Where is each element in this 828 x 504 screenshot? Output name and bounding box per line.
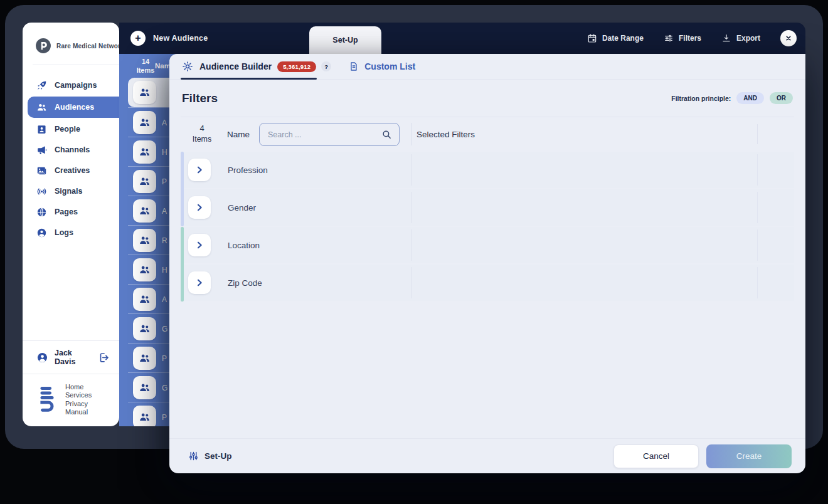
sidebar-item-campaigns[interactable]: Campaigns: [23, 76, 119, 95]
audience-people-icon[interactable]: [133, 229, 156, 252]
audience-people-icon[interactable]: [133, 81, 156, 104]
chevron-right-icon: [194, 165, 204, 175]
audience-name: A: [162, 285, 167, 314]
audiences-icon: [36, 102, 47, 113]
audience-builder-modal: Audience Builder 5,361,912 ? Custom List…: [169, 54, 805, 473]
filter-row-label: Gender: [228, 189, 256, 226]
audience-people-icon[interactable]: [133, 170, 156, 193]
tab-audience-builder[interactable]: Audience Builder 5,361,912 ?: [182, 61, 331, 72]
column-divider: [757, 154, 758, 186]
filters-heading-row: Filters Filtration principle: AND OR: [169, 80, 805, 117]
audience-name: P: [162, 402, 167, 426]
create-button[interactable]: Create: [706, 444, 792, 468]
sidebar-item-channels[interactable]: Channels: [23, 140, 119, 159]
modal-tabs: Audience Builder 5,361,912 ? Custom List: [169, 54, 805, 80]
tab-audience-builder-label: Audience Builder: [199, 61, 272, 71]
expand-button[interactable]: [188, 271, 211, 294]
expand-button[interactable]: [188, 159, 211, 181]
filter-list-header: 4 Items Name Selected Filters: [169, 117, 805, 152]
logout-icon[interactable]: [98, 352, 110, 364]
audience-people-icon[interactable]: [133, 317, 156, 340]
sidebar-item-logs[interactable]: Logs: [23, 223, 119, 242]
sidebar-item-creatives[interactable]: Creatives: [23, 161, 119, 180]
audience-people-icon[interactable]: [133, 288, 156, 311]
filter-rows: Profession Gender Location Zip Code: [169, 152, 805, 302]
cancel-button[interactable]: Cancel: [613, 444, 699, 468]
column-divider: [757, 124, 758, 144]
filter-search: [259, 123, 400, 146]
expand-button[interactable]: [188, 196, 211, 219]
sidebar-item-label: Channels: [55, 145, 90, 154]
column-divider: [757, 192, 758, 223]
new-audience-button[interactable]: + New Audience: [119, 31, 208, 46]
audience-people-icon[interactable]: [133, 199, 156, 223]
audience-people-icon[interactable]: [133, 258, 156, 281]
footer-link-home[interactable]: Home: [65, 383, 92, 391]
filter-row-zip-code: Zip Code: [184, 265, 794, 301]
signal-icon: [36, 186, 47, 197]
search-icon[interactable]: [381, 129, 392, 140]
setup-footer-button[interactable]: Set-Up: [188, 451, 232, 461]
filter-row-label: Zip Code: [228, 265, 262, 301]
date-range-button[interactable]: Date Range: [587, 33, 644, 43]
tab-custom-list[interactable]: Custom List: [349, 61, 415, 71]
audience-people-icon[interactable]: [133, 347, 156, 370]
column-divider: [411, 154, 412, 186]
sidebar-item-audiences[interactable]: Audiences: [28, 97, 119, 118]
filter-count: 4 Items: [169, 117, 235, 152]
column-divider: [757, 267, 758, 298]
footer-links: Home Services Privacy Manual: [65, 383, 92, 416]
or-toggle[interactable]: OR: [770, 92, 793, 104]
chevron-right-icon: [194, 278, 204, 288]
contact-card-icon: [36, 124, 47, 135]
expand-button[interactable]: [188, 234, 211, 256]
and-toggle[interactable]: AND: [736, 92, 764, 104]
image-icon: [36, 165, 47, 176]
plus-icon: +: [130, 31, 146, 46]
audience-people-icon[interactable]: [133, 111, 156, 134]
audience-size-badge: 5,361,912: [277, 61, 316, 72]
brand-name: Rare Medical Network: [56, 43, 119, 50]
help-icon[interactable]: ?: [321, 61, 331, 71]
audience-people-icon[interactable]: [133, 376, 156, 399]
name-column-header: Name: [227, 117, 250, 152]
tab-set-up[interactable]: Set-Up: [309, 26, 381, 54]
tab-custom-list-label: Custom List: [364, 61, 415, 71]
export-button[interactable]: Export: [721, 33, 760, 43]
filter-row-label: Profession: [228, 152, 268, 188]
audience-people-icon[interactable]: [133, 140, 156, 164]
new-audience-label: New Audience: [153, 34, 208, 43]
rocket-icon: [36, 80, 47, 91]
close-button[interactable]: [780, 30, 797, 46]
footer-link-manual[interactable]: Manual: [65, 408, 92, 416]
sidebar-item-people[interactable]: People: [23, 120, 119, 139]
sidebar-item-label: People: [55, 125, 80, 134]
audience-name: R: [162, 226, 167, 255]
footer-link-services[interactable]: Services: [65, 391, 92, 399]
filtration-principle-label: Filtration principle:: [671, 95, 731, 102]
audience-name: H: [162, 137, 167, 167]
audience-name: G: [162, 373, 167, 402]
search-input[interactable]: [260, 130, 381, 139]
close-icon: [785, 34, 792, 42]
audience-people-icon[interactable]: [133, 406, 156, 426]
export-label: Export: [736, 34, 760, 43]
filtration-principle: Filtration principle: AND OR: [671, 92, 793, 104]
filter-row-gender: Gender: [184, 189, 794, 226]
screen: + New Audience Date Range Filters Export…: [0, 0, 828, 504]
document-icon: [349, 61, 359, 71]
audience-name: P: [162, 344, 167, 373]
column-divider: [411, 267, 412, 298]
chevron-right-icon: [194, 240, 204, 250]
sidebar: Rare Medical Network Campaigns Audiences…: [23, 23, 119, 426]
sidebar-item-pages[interactable]: Pages: [23, 202, 119, 221]
column-divider: [757, 229, 758, 261]
filters-button[interactable]: Filters: [664, 33, 701, 43]
footer-link-privacy[interactable]: Privacy: [65, 400, 92, 408]
sidebar-item-label: Creatives: [55, 166, 90, 175]
column-divider: [411, 192, 412, 223]
sidebar-item-signals[interactable]: Signals: [23, 182, 119, 201]
sidebar-footer: Home Services Privacy Manual: [23, 374, 119, 426]
sliders-icon: [664, 33, 674, 43]
download-icon: [721, 33, 731, 43]
